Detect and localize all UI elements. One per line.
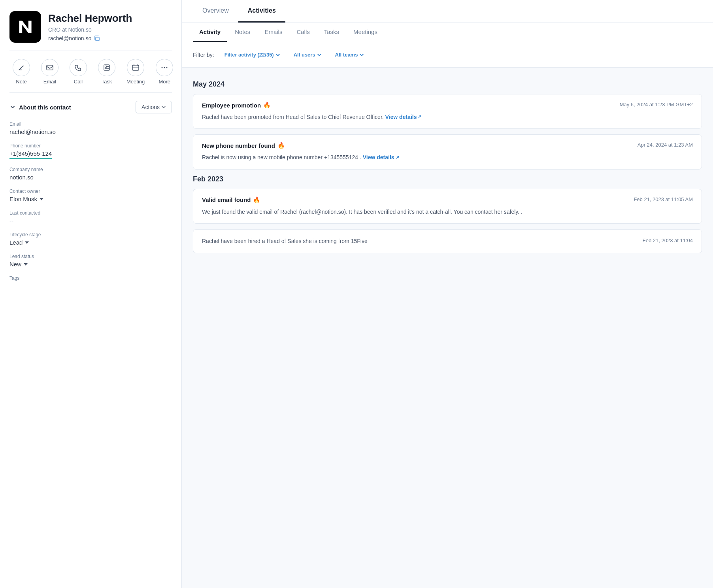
activity-title-text-1: Employee promotion: [202, 102, 261, 109]
filter-users-chevron: [317, 53, 322, 57]
activity-date-1: May 6, 2024 at 1:23 PM GMT+2: [620, 102, 693, 107]
subtab-tasks[interactable]: Tasks: [318, 23, 345, 42]
lead-status-field-group: Lead status New: [9, 254, 172, 268]
svg-rect-2: [19, 70, 22, 70]
subtab-calls[interactable]: Calls: [290, 23, 316, 42]
notion-logo: [9, 11, 41, 43]
company-field-label: Company name: [9, 167, 172, 172]
view-details-link-2[interactable]: View details ↗: [363, 153, 399, 162]
hired-body-text: Rachel have been hired a Head of Sales s…: [202, 237, 635, 245]
subtab-emails[interactable]: Emails: [258, 23, 289, 42]
phone-field-value[interactable]: +1(345)555-124: [9, 150, 52, 159]
lead-status-dropdown-icon[interactable]: [24, 263, 28, 266]
task-button[interactable]: Task: [95, 57, 119, 86]
call-icon: [70, 59, 87, 76]
task-icon: [98, 59, 115, 76]
filter-users-chip[interactable]: All users: [289, 49, 326, 60]
fire-emoji-3: 🔥: [253, 196, 260, 204]
activity-card-employee-promotion: Employee promotion 🔥 May 6, 2024 at 1:23…: [193, 94, 702, 129]
activity-date-3: Feb 21, 2023 at 11:05 AM: [634, 196, 693, 202]
subtab-meetings[interactable]: Meetings: [347, 23, 384, 42]
contact-email: rachel@notion.so: [48, 35, 91, 41]
filter-activity-chip[interactable]: Filter activity (22/35): [220, 49, 285, 60]
company-field-value: notion.so: [9, 174, 172, 181]
activity-body-1: Rachel have been promoted from Head of S…: [202, 113, 693, 121]
actions-label: Actions: [141, 104, 160, 110]
owner-value-text: Elon Musk: [9, 196, 37, 202]
subtab-activity[interactable]: Activity: [193, 23, 227, 42]
activity-card-hired: Rachel have been hired a Head of Sales s…: [193, 229, 702, 253]
left-panel: Rachel Hepworth CRO at Notion.so rachel@…: [0, 0, 182, 588]
note-button[interactable]: Note: [9, 57, 33, 86]
note-icon: [13, 59, 30, 76]
filter-activity-chevron: [275, 53, 280, 57]
tags-field-group: Tags: [9, 275, 172, 281]
lifecycle-value-text: Lead: [9, 239, 23, 246]
meeting-label: Meeting: [126, 79, 145, 85]
activity-card-header-3: Valid email found 🔥 Feb 21, 2023 at 11:0…: [202, 196, 693, 204]
email-field-group: Email rachel@notion.so: [9, 121, 172, 135]
copy-email-icon[interactable]: [94, 35, 100, 41]
contact-info: Rachel Hepworth CRO at Notion.so rachel@…: [48, 12, 132, 41]
tab-overview[interactable]: Overview: [193, 0, 238, 23]
email-label: Email: [43, 79, 57, 85]
lifecycle-dropdown-icon[interactable]: [25, 241, 29, 244]
activity-body-3: We just found the valid email of Rachel …: [202, 207, 693, 216]
owner-field-value[interactable]: Elon Musk: [9, 196, 172, 202]
view-details-link-1[interactable]: View details ↗: [385, 113, 422, 121]
phone-field-group: Phone number +1(345)555-124: [9, 143, 172, 159]
contact-header: Rachel Hepworth CRO at Notion.so rachel@…: [9, 11, 172, 43]
activity-title-2: New phone number found 🔥: [202, 142, 285, 149]
filter-teams-chevron: [359, 53, 364, 57]
activity-title-text-2: New phone number found: [202, 142, 275, 149]
activity-title-3: Valid email found 🔥: [202, 196, 260, 204]
about-header-left[interactable]: About this contact: [9, 104, 71, 111]
more-button[interactable]: More: [153, 57, 176, 86]
filter-users-text: All users: [294, 52, 315, 58]
filter-teams-chip[interactable]: All teams: [330, 49, 369, 60]
filter-label: Filter by:: [193, 52, 214, 58]
fire-emoji-2: 🔥: [277, 142, 285, 149]
filter-teams-text: All teams: [335, 52, 358, 58]
svg-point-12: [162, 67, 163, 68]
subtab-notes[interactable]: Notes: [228, 23, 257, 42]
activity-card-valid-email: Valid email found 🔥 Feb 21, 2023 at 11:0…: [193, 189, 702, 224]
contact-email-row: rachel@notion.so: [48, 35, 132, 41]
about-header: About this contact Actions: [9, 101, 172, 113]
actions-button[interactable]: Actions: [136, 101, 172, 113]
task-label: Task: [102, 79, 112, 85]
hired-date-text: Feb 21, 2023 at 11:04: [643, 237, 693, 243]
svg-rect-5: [105, 66, 107, 68]
call-button[interactable]: Call: [66, 57, 90, 86]
phone-field-label: Phone number: [9, 143, 172, 149]
lead-status-label: Lead status: [9, 254, 172, 259]
activity-card-new-phone: New phone number found 🔥 Apr 24, 2024 at…: [193, 134, 702, 169]
company-field-group: Company name notion.so: [9, 167, 172, 181]
svg-point-14: [166, 67, 168, 68]
activity-title-text-3: Valid email found: [202, 196, 251, 203]
more-icon: [156, 59, 173, 76]
filter-bar: Filter by: Filter activity (22/35) All u…: [182, 42, 713, 68]
about-title: About this contact: [19, 104, 71, 111]
svg-rect-8: [132, 65, 139, 70]
month-header-may-2024: May 2024: [193, 80, 702, 89]
lead-status-field-value[interactable]: New: [9, 261, 172, 268]
svg-rect-1: [96, 37, 99, 41]
activity-body-2: Rachel is now using a new mobile phone n…: [202, 153, 693, 162]
meeting-icon: [127, 59, 144, 76]
lifecycle-field-value[interactable]: Lead: [9, 239, 172, 246]
tab-activities[interactable]: Activities: [238, 0, 285, 23]
email-field-value: rachel@notion.so: [9, 128, 172, 135]
top-tabs: Overview Activities: [182, 0, 713, 23]
email-button[interactable]: Email: [38, 57, 62, 86]
owner-dropdown-icon[interactable]: [40, 198, 43, 200]
call-label: Call: [74, 79, 83, 85]
month-header-feb-2023: Feb 2023: [193, 175, 702, 183]
svg-point-13: [164, 67, 165, 68]
owner-field-group: Contact owner Elon Musk: [9, 188, 172, 202]
meeting-button[interactable]: Meeting: [123, 57, 148, 86]
owner-field-label: Contact owner: [9, 188, 172, 194]
quick-actions: Note Email Call: [9, 51, 172, 93]
svg-rect-4: [104, 65, 109, 70]
activity-date-2: Apr 24, 2024 at 1:23 AM: [638, 142, 693, 148]
